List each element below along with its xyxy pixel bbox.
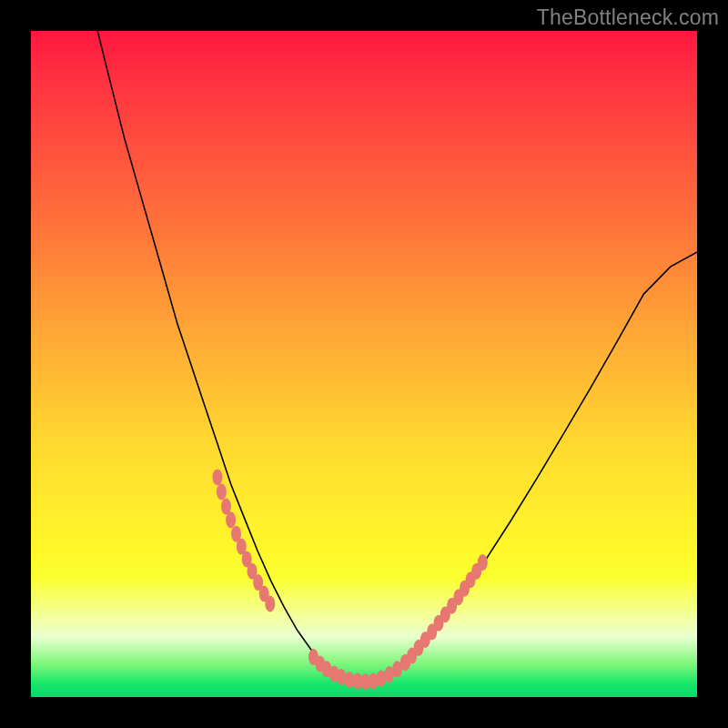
data-dot	[478, 554, 488, 571]
chart-svg	[31, 31, 697, 697]
watermark-text: TheBottleneck.com	[537, 5, 719, 30]
plot-area	[31, 31, 697, 697]
data-dot	[213, 469, 223, 485]
chart-frame: TheBottleneck.com	[0, 0, 728, 728]
bottleneck-curve	[97, 31, 697, 682]
data-dots	[213, 469, 488, 690]
data-dot	[265, 596, 275, 612]
data-dot	[217, 484, 227, 500]
data-dot	[226, 511, 236, 528]
